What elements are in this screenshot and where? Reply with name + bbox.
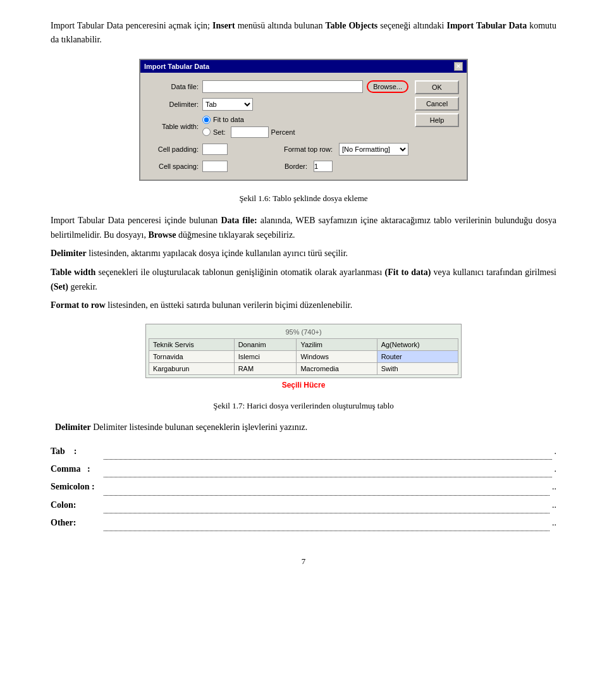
figure2-caption: Şekil 1.7: Harici dosya verilerinden olu…: [51, 401, 556, 411]
cell-padding-label: Cell padding:: [148, 145, 199, 153]
bold-delimiter: Delimiter: [51, 249, 87, 258]
colon-label: Colon:: [51, 497, 101, 513]
set-row: Set: Percent: [202, 126, 295, 138]
table-screenshot: 95% (740+) Teknik Servis Donanim Yazilim…: [51, 324, 556, 390]
question-colon: Colon: ..: [51, 497, 556, 513]
table-header-bar: 95% (740+): [149, 327, 458, 337]
set-label: Set:: [213, 128, 226, 136]
body-para-4: Format to row listesinden, en üstteki sa…: [51, 298, 556, 312]
data-table-wrapper: 95% (740+) Teknik Servis Donanim Yazilim…: [145, 324, 462, 378]
colon-period: ..: [552, 497, 556, 513]
body-para-1: Import Tabular Data penceresi içinde bul…: [51, 213, 556, 242]
figure1-caption-text: Şekil 1.6: Tablo şeklinde dosya ekleme: [239, 193, 367, 203]
help-button[interactable]: Help: [415, 113, 459, 127]
cell-windows: Windows: [297, 350, 377, 362]
fit-to-data-radio[interactable]: [202, 116, 211, 124]
cell-kargaburun: Kargaburun: [149, 362, 235, 374]
table-body: Teknik Servis Donanim Yazilim Ag(Network…: [149, 338, 458, 374]
table-width-row: Table width: Fit to data Set: Percent: [148, 116, 408, 138]
other-period: ..: [552, 515, 556, 531]
intro-bold-import: Import Tabular Data: [446, 21, 527, 30]
delimiter-bold: Delimiter: [55, 422, 91, 432]
intro-bold-insert: Insert: [212, 21, 235, 30]
titlebar-buttons: ✕: [454, 62, 463, 71]
ok-button[interactable]: OK: [415, 80, 459, 94]
cell-yazilim: Yazilim: [297, 338, 377, 350]
bold-data-file: Data file:: [221, 216, 257, 225]
dialog-titlebar: Import Tabular Data ✕: [140, 60, 467, 73]
para2-text: Delimiter listesinden, aktarımı yapılaca…: [51, 249, 348, 258]
cell-format-row: Cell padding: Format top row: [No Format…: [148, 143, 408, 156]
cell-ram: RAM: [234, 362, 297, 374]
bold-format-to-row: Format to row: [51, 300, 106, 310]
cell-tornavida: Tornavida: [149, 350, 235, 362]
intro-paragraph: Import Tabular Data penceresini açmak iç…: [51, 19, 556, 47]
semicolon-period: ..: [552, 479, 556, 494]
intro-bold-table-objects: Table Objects: [325, 21, 377, 30]
comma-dots: [104, 461, 552, 477]
close-btn[interactable]: ✕: [454, 62, 463, 71]
intro-text-before: Import Tabular Data penceresini açmak iç…: [51, 21, 212, 30]
border-label: Border:: [285, 163, 307, 170]
question-comma: Comma : .: [51, 461, 556, 477]
format-top-row-label: Format top row:: [284, 145, 333, 153]
comma-period: .: [555, 461, 557, 477]
tab-dots: [104, 443, 552, 460]
dialog-box: Import Tabular Data ✕ Data file: Browse.…: [139, 59, 468, 181]
table-width-options: Fit to data Set: Percent: [202, 116, 295, 138]
dialog-body: Data file: Browse... Delimiter: Tab Tabl…: [140, 73, 467, 180]
figure1-caption: Şekil 1.6: Tablo şeklinde dosya ekleme: [51, 192, 556, 205]
percent-label: Percent: [271, 128, 295, 136]
cell-spacing-label: Cell spacing:: [148, 163, 199, 170]
figure2-caption-text: Şekil 1.7: Harici dosya verilerinden olu…: [213, 401, 394, 410]
cell-spacing-row: Cell spacing:: [148, 161, 272, 172]
data-file-row: Data file: Browse...: [148, 80, 408, 93]
table-row: Tornavida Islemci Windows Router: [149, 350, 458, 362]
table-width-label: Table width:: [148, 123, 199, 130]
cell-teknik: Teknik Servis: [149, 338, 235, 350]
question-intro-text: Delimiter listesinde bulunan seçenekleri…: [93, 422, 307, 432]
bold-table-width: Table width: [51, 267, 95, 277]
question-semicolon: Semicolon : ..: [51, 479, 556, 495]
bold-fit-to-data: (Fit to data): [385, 267, 431, 277]
fit-to-data-row: Fit to data: [202, 116, 295, 124]
cell-spacing-input[interactable]: [202, 161, 228, 172]
cell-islemci: Islemci: [234, 350, 297, 362]
cell-donanim: Donanim: [234, 338, 297, 350]
dialog-title: Import Tabular Data: [144, 63, 209, 70]
table-row: Teknik Servis Donanim Yazilim Ag(Network…: [149, 338, 458, 350]
colon-dots: [104, 497, 549, 513]
cell-padding-row: Cell padding:: [148, 143, 271, 156]
comma-label: Comma :: [51, 461, 101, 477]
cell-swith: Swith: [377, 362, 458, 374]
body-para-2: Delimiter listesinden, aktarımı yapılaca…: [51, 246, 556, 261]
semicolon-label: Semicolon :: [51, 479, 101, 494]
cell-router: Router: [377, 350, 458, 362]
cancel-button[interactable]: Cancel: [415, 97, 459, 111]
page-content: Import Tabular Data penceresini açmak iç…: [51, 19, 556, 567]
dialog-screenshot: Import Tabular Data ✕ Data file: Browse.…: [51, 59, 556, 181]
border-input[interactable]: [314, 161, 333, 172]
delimiter-label: Delimiter:: [148, 101, 199, 108]
border-row: Border:: [285, 161, 408, 172]
bold-set: (Set): [51, 282, 68, 292]
question-section: Tab : . Comma : . Semicolon : .. Colon: …: [51, 443, 556, 531]
cell-ag: Ag(Network): [377, 338, 458, 350]
question-tab: Tab : .: [51, 443, 556, 460]
dialog-fields: Data file: Browse... Delimiter: Tab Tabl…: [148, 80, 408, 172]
other-label: Other:: [51, 515, 101, 531]
format-top-row-row: Format top row: [No Formatting]: [284, 143, 408, 156]
selected-cell-label: Seçili Hücre: [145, 381, 462, 390]
dialog-side-buttons: OK Cancel Help: [415, 80, 459, 172]
other-dots: [104, 515, 549, 531]
data-file-label: Data file:: [148, 83, 199, 90]
cell-padding-input[interactable]: [202, 144, 228, 155]
format-top-row-select[interactable]: [No Formatting]: [339, 143, 408, 156]
delimiter-select[interactable]: Tab: [202, 98, 253, 111]
intro-text-mid1: menüsü altında bulunan: [235, 21, 326, 30]
set-radio[interactable]: [202, 128, 211, 136]
percent-input[interactable]: [231, 126, 269, 138]
data-file-input[interactable]: [202, 80, 363, 93]
body-para-3: Table width seçenekleri ile oluşturulaca…: [51, 265, 556, 294]
browse-button[interactable]: Browse...: [367, 80, 408, 93]
